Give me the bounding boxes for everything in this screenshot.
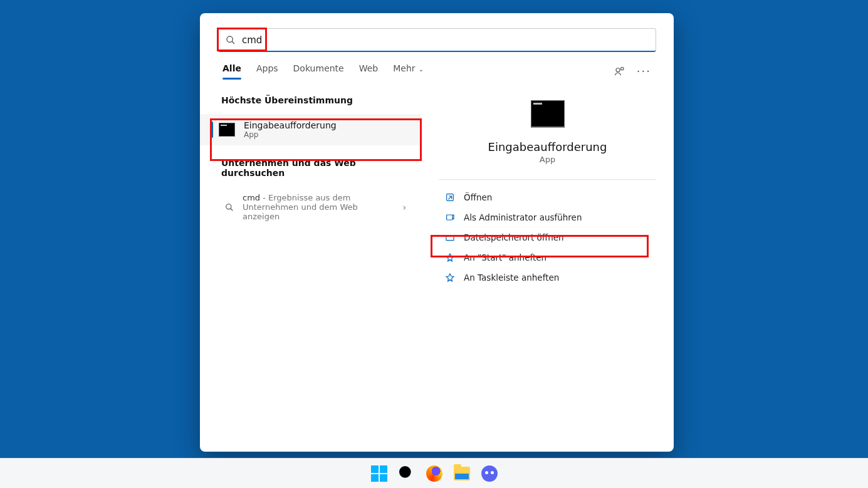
result-eingabeaufforderung[interactable]: Eingabeaufforderung App [200,114,421,145]
tab-apps[interactable]: Apps [256,63,278,80]
svg-point-8 [399,466,411,478]
search-bar-container [200,13,674,52]
windows-logo-icon [371,465,387,482]
discord-icon [481,465,498,482]
svg-point-4 [226,204,231,209]
svg-line-5 [231,208,233,210]
start-button[interactable] [369,464,389,484]
svg-line-1 [232,41,234,44]
pin-icon [445,252,455,262]
taskbar [0,458,868,488]
detail-subtitle: App [540,155,555,164]
more-options-button[interactable]: ··· [637,66,651,77]
result-subtitle: App [244,130,337,139]
cmd-app-icon [531,100,565,128]
firefox-icon [426,465,442,482]
folder-icon [445,232,455,242]
detail-pane: Eingabeaufforderung App Öffnen Als Admin… [421,80,674,452]
taskbar-firefox[interactable] [424,464,444,484]
tab-all[interactable]: Alle [222,63,241,80]
web-search-text: cmd - Ergebnisse aus dem Unternehmen und… [243,193,394,221]
best-match-heading: Höchste Übereinstimmung [200,95,421,114]
windows-search-panel: Alle Apps Dokumente Web Mehr ⌄ ··· Höchs… [200,13,674,452]
taskbar-search-button[interactable] [397,464,417,484]
result-title: Eingabeaufforderung [244,120,337,130]
search-icon [226,35,236,45]
results-column: Höchste Übereinstimmung Eingabeaufforder… [200,80,421,452]
divider [439,179,656,180]
shield-admin-icon [445,212,455,222]
tab-web[interactable]: Web [359,63,379,80]
svg-point-2 [616,68,620,72]
action-run-as-admin[interactable]: Als Administrator ausführen [439,207,656,227]
svg-line-9 [410,477,415,482]
search-web-item[interactable]: cmd - Ergebnisse aus dem Unternehmen und… [200,187,421,227]
tab-more[interactable]: Mehr ⌄ [393,63,424,80]
svg-point-0 [227,36,233,42]
taskbar-file-explorer[interactable] [452,464,472,484]
search-icon [397,464,417,484]
search-bar[interactable] [217,28,656,52]
action-pin-to-start[interactable]: An "Start" anheften [439,247,656,267]
org-search-icon[interactable] [614,66,625,77]
search-input[interactable] [242,34,648,46]
search-icon [225,203,234,212]
detail-title: Eingabeaufforderung [488,140,607,153]
action-pin-to-taskbar[interactable]: An Taskleiste anheften [439,267,656,288]
open-icon [445,192,455,202]
web-search-heading: Unternehmen und das Web durchsuchen [200,145,421,187]
chevron-down-icon: ⌄ [417,66,424,73]
pin-icon [445,273,455,283]
file-explorer-icon [454,467,470,480]
svg-rect-7 [447,215,452,220]
action-open-file-location[interactable]: Dateispeicherort öffnen [439,227,656,247]
filter-tabs: Alle Apps Dokumente Web Mehr ⌄ ··· [200,52,674,80]
svg-point-3 [620,67,624,70]
action-open[interactable]: Öffnen [439,187,656,207]
taskbar-discord[interactable] [479,464,499,484]
cmd-app-icon [219,123,235,137]
tab-documents[interactable]: Dokumente [293,63,344,80]
chevron-right-icon: › [402,202,406,212]
